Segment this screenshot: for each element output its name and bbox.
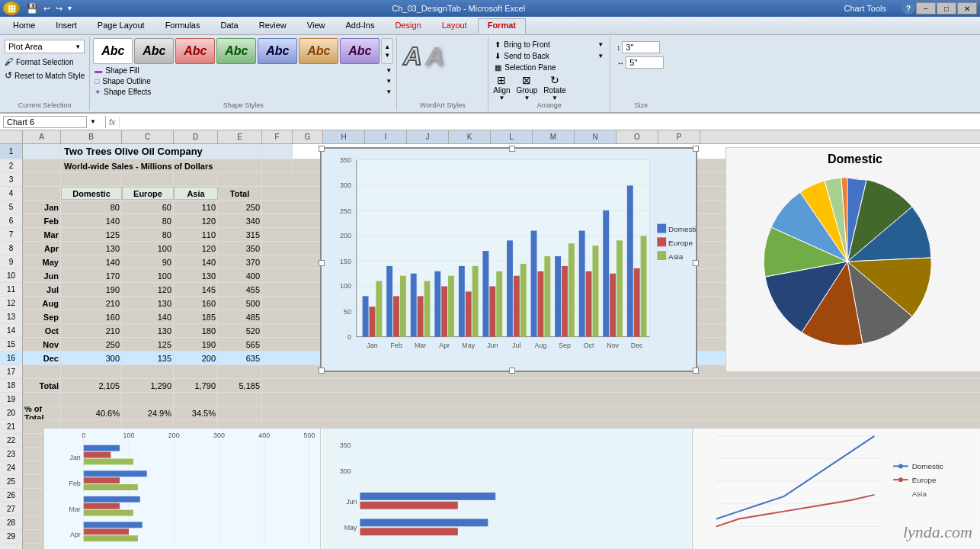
cell-8A[interactable]: Apr — [23, 242, 61, 255]
row-num-16[interactable]: 16 — [0, 352, 22, 365]
cell-11B[interactable]: 190 — [61, 283, 122, 296]
cell-4C[interactable]: Europe — [122, 187, 174, 200]
send-to-back-btn[interactable]: ⬇ Send to Back ▼ — [493, 51, 605, 61]
row-num-20[interactable]: 20 — [0, 406, 22, 420]
row-num-18[interactable]: 18 — [0, 379, 22, 393]
shape-style-3[interactable]: Abc — [175, 38, 215, 64]
cell-14C[interactable]: 130 — [122, 324, 174, 337]
cell-12D[interactable]: 160 — [174, 297, 218, 310]
shape-style-5[interactable]: Abc — [258, 38, 297, 64]
width-input[interactable] — [626, 56, 664, 69]
redo-qa-btn[interactable]: ↪ — [54, 4, 64, 14]
col-header-N[interactable]: N — [575, 130, 617, 143]
cell-11C[interactable]: 120 — [122, 283, 174, 296]
col-header-C[interactable]: C — [122, 130, 174, 143]
cell-6A[interactable]: Feb — [23, 214, 61, 227]
cell-16E[interactable]: 635 — [218, 352, 262, 364]
cell-7B[interactable]: 125 — [61, 228, 122, 241]
cell-9E[interactable]: 370 — [218, 255, 262, 268]
cell-6B[interactable]: 140 — [61, 214, 122, 227]
cell-15A[interactable]: Nov — [23, 338, 61, 351]
cell-20C[interactable]: 24.9% — [122, 406, 174, 419]
cell-2F[interactable] — [262, 159, 293, 172]
dropdown-qa[interactable]: ▼ — [66, 5, 73, 12]
cell-10D[interactable]: 130 — [174, 269, 218, 282]
tab-addins[interactable]: Add-Ins — [335, 18, 384, 34]
cell-20A[interactable]: % of Total — [23, 406, 61, 419]
cell-4E[interactable]: Total — [218, 187, 262, 200]
shape-styles-more[interactable]: ▲▼ — [381, 38, 393, 64]
cell-11E[interactable]: 455 — [218, 283, 262, 296]
cell-12B[interactable]: 210 — [61, 297, 122, 310]
col-header-P[interactable]: P — [658, 130, 700, 143]
cell-13E[interactable]: 485 — [218, 310, 262, 323]
cell-11A[interactable]: Jul — [23, 283, 61, 296]
cell-4B[interactable]: Domestic — [61, 187, 122, 200]
shape-style-7[interactable]: Abc — [340, 38, 380, 64]
col-header-M[interactable]: M — [533, 130, 575, 143]
col-header-E[interactable]: E — [218, 130, 262, 143]
cell-7E[interactable]: 315 — [218, 228, 262, 241]
tab-insert[interactable]: Insert — [46, 18, 87, 34]
shape-style-4[interactable]: Abc — [216, 38, 256, 64]
maximize-btn[interactable]: □ — [937, 2, 956, 14]
cell-6C[interactable]: 80 — [122, 214, 174, 227]
cell-14D[interactable]: 180 — [174, 324, 218, 337]
cell-5C[interactable]: 60 — [122, 201, 174, 214]
cell-7C[interactable]: 80 — [122, 228, 174, 241]
rotate-btn[interactable]: ↻ Rotate ▼ — [543, 74, 565, 101]
main-bar-chart[interactable]: 0 50 100 150 200 250 300 350 — [320, 147, 697, 372]
row-num-15[interactable]: 15 — [0, 338, 22, 352]
cell-15C[interactable]: 125 — [122, 338, 174, 351]
row-num-3[interactable]: 3 — [0, 173, 22, 187]
row-num-21[interactable]: 21 — [0, 420, 22, 434]
row-num-17[interactable]: 17 — [0, 365, 22, 379]
cell-16A[interactable]: Dec — [23, 352, 61, 364]
cell-11D[interactable]: 145 — [174, 283, 218, 296]
cell-18D[interactable]: 1,790 — [174, 379, 218, 392]
col-header-H[interactable]: H — [323, 130, 365, 143]
pie-chart-area[interactable]: Domestic — [725, 147, 980, 372]
row-num-8[interactable]: 8 — [0, 242, 22, 255]
cell-2A[interactable] — [23, 159, 61, 172]
tab-home[interactable]: Home — [3, 18, 45, 34]
tab-format[interactable]: Format — [478, 18, 526, 34]
cell-15E[interactable]: 565 — [218, 338, 262, 351]
cell-1BCDE[interactable]: Two Trees Olive Oil Company — [61, 144, 262, 159]
cell-12C[interactable]: 130 — [122, 297, 174, 310]
cell-5A[interactable]: Jan — [23, 201, 61, 214]
cell-10E[interactable]: 400 — [218, 269, 262, 282]
cell-8E[interactable]: 350 — [218, 242, 262, 255]
cell-14A[interactable]: Oct — [23, 324, 61, 337]
cell-13C[interactable]: 140 — [122, 310, 174, 323]
cell-9B[interactable]: 140 — [61, 255, 122, 268]
shape-fill-btn[interactable]: ▬ Shape Fill ▼ — [93, 66, 393, 75]
col-header-B[interactable]: B — [61, 130, 122, 143]
help-btn[interactable]: ? — [902, 2, 915, 14]
minimize-btn[interactable]: − — [916, 2, 936, 14]
cell-16B[interactable]: 300 — [61, 352, 122, 364]
col-header-L[interactable]: L — [491, 130, 533, 143]
selection-pane-btn[interactable]: ▦ Selection Pane — [493, 63, 605, 72]
tab-formulas[interactable]: Formulas — [155, 18, 210, 34]
cell-10A[interactable]: Jun — [23, 269, 61, 282]
height-input[interactable] — [622, 41, 660, 53]
col-header-A[interactable]: A — [23, 130, 61, 143]
tab-layout[interactable]: Layout — [432, 18, 477, 34]
cell-5D[interactable]: 110 — [174, 201, 218, 214]
cell-18C[interactable]: 1,290 — [122, 379, 174, 392]
cell-13A[interactable]: Sep — [23, 310, 61, 323]
row-num-27[interactable]: 27 — [0, 502, 22, 516]
tab-design[interactable]: Design — [385, 18, 431, 34]
cell-9C[interactable]: 90 — [122, 255, 174, 268]
cell-14E[interactable]: 520 — [218, 324, 262, 337]
name-box[interactable]: Chart 6 — [3, 116, 87, 128]
row-num-11[interactable]: 11 — [0, 283, 22, 297]
cell-15B[interactable]: 250 — [61, 338, 122, 351]
cell-20D[interactable]: 34.5% — [174, 406, 218, 419]
bring-to-front-btn[interactable]: ⬆ Bring to Front ▼ — [493, 40, 605, 50]
cell-1A[interactable] — [23, 144, 61, 159]
formula-input-area[interactable] — [119, 116, 977, 128]
row-num-10[interactable]: 10 — [0, 269, 22, 283]
shape-style-1[interactable]: Abc — [93, 38, 133, 64]
